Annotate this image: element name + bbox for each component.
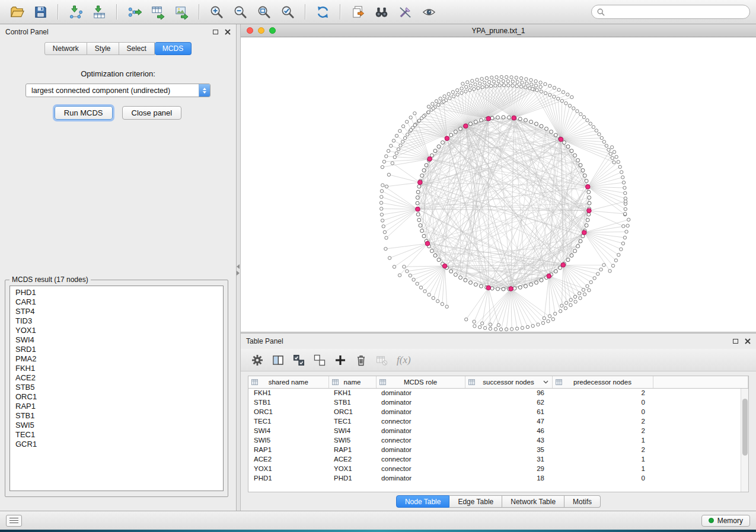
export-table-icon[interactable] [147,2,168,21]
table-tabbar: Node TableEdge TableNetwork TableMotifs [241,492,756,511]
mcds-result-item[interactable]: YOX1 [10,326,223,335]
export-image-icon[interactable] [171,2,192,21]
table-row[interactable]: ORC1ORC1dominator610 [248,407,748,416]
table-options-icon[interactable] [251,354,263,366]
find-icon[interactable] [371,2,392,21]
float-panel-icon[interactable] [733,339,738,344]
splitter-handle-icon[interactable] [237,264,240,275]
vertical-splitter[interactable] [237,24,241,511]
zoom-in-icon[interactable] [206,2,227,21]
mcds-result-item[interactable]: SRD1 [10,345,223,354]
network-canvas[interactable] [241,37,756,332]
status-menu-icon[interactable] [6,515,22,527]
table-row[interactable]: ACE2ACE2connector311 [248,454,748,464]
search-box[interactable] [591,5,750,19]
unselect-all-rows-icon[interactable] [314,354,326,366]
mcds-result-item[interactable]: ORC1 [10,392,223,402]
mcds-result-item[interactable]: TID3 [10,316,223,326]
table-tab-network-table[interactable]: Network Table [502,495,564,508]
column-label: MCDS role [404,379,437,386]
scrollbar-thumb[interactable] [742,399,748,456]
delete-column-icon[interactable] [376,354,388,366]
mcds-result-item[interactable]: STP4 [10,307,223,316]
select-all-rows-icon[interactable] [293,354,305,366]
graphics-details-icon[interactable] [394,2,416,21]
main-toolbar [0,0,756,24]
sort-caret-icon[interactable] [543,380,548,384]
show-columns-icon[interactable] [272,354,284,366]
graph-nodes[interactable] [379,75,630,331]
table-scrollbar[interactable] [741,389,748,492]
toolbar-separator [340,4,340,20]
table-panel: Table Panel f(x) shared namenameMCDS rol… [241,334,756,511]
table-row[interactable]: STB1STB1dominator620 [248,398,748,407]
float-panel-icon[interactable] [213,30,218,34]
mcds-result-item[interactable]: STB5 [10,383,223,392]
save-session-icon[interactable] [30,2,51,21]
delete-row-icon[interactable] [355,354,367,366]
control-panel-tabbar: NetworkStyleSelectMCDS [0,42,236,55]
memory-button[interactable]: Memory [701,515,750,527]
zoom-selected-icon[interactable] [277,2,298,21]
mcds-result-item[interactable]: PMA2 [10,354,223,364]
close-panel-icon[interactable] [745,338,751,344]
column-header-shared-name[interactable]: shared name [248,376,328,388]
table-row[interactable]: SWI5SWI5connector431 [248,435,748,445]
mcds-result-item[interactable]: RAP1 [10,402,223,411]
column-header-predecessor-nodes[interactable]: predecessor nodes [552,376,653,388]
mcds-result-list[interactable]: PHD1CAR1STP4TID3YOX1SWI4SRD1PMA2FKH1ACE2… [9,286,224,491]
import-network-icon[interactable] [65,2,86,21]
open-session-icon[interactable] [6,2,27,21]
function-builder-icon[interactable]: f(x) [397,354,411,366]
close-panel-icon[interactable] [225,29,231,35]
column-header-name[interactable]: name [328,376,376,388]
export-network-icon[interactable] [123,2,145,21]
control-tab-select[interactable]: Select [119,42,155,55]
memory-status-icon [709,518,714,523]
run-mcds-button[interactable]: Run MCDS [55,106,113,120]
control-tab-mcds[interactable]: MCDS [155,42,192,55]
column-header-successor-nodes[interactable]: successor nodes [465,376,552,388]
window-maximize-icon[interactable] [269,27,276,34]
refresh-view-icon[interactable] [312,2,333,21]
mcds-result-item[interactable]: GCR1 [10,440,223,449]
mcds-result-item[interactable]: ACE2 [10,373,223,383]
mcds-result-item[interactable]: SWI4 [10,335,223,345]
table-panel-header: Table Panel [241,334,756,349]
column-label: predecessor nodes [573,379,631,386]
mcds-result-item[interactable]: FKH1 [10,364,223,373]
table-row[interactable]: TEC1TEC1connector472 [248,416,748,426]
import-table-icon[interactable] [88,2,110,21]
mcds-result-item[interactable]: PHD1 [10,288,223,297]
optimization-criterion-select[interactable]: largest connected component (undirected) [25,84,210,97]
mcds-result-item[interactable]: TEC1 [10,430,223,440]
window-minimize-icon[interactable] [258,27,264,34]
search-input[interactable] [608,7,744,17]
table-grid-icon [556,379,562,385]
column-header-mcds-role[interactable]: MCDS role [376,376,465,388]
clone-network-icon[interactable] [347,2,368,21]
control-tab-style[interactable]: Style [87,42,119,55]
network-titlebar: YPA_prune.txt_1 [241,24,756,37]
mcds-result-item[interactable]: SWI5 [10,421,223,430]
control-tab-network[interactable]: Network [44,42,87,55]
table-tab-edge-table[interactable]: Edge Table [449,495,502,508]
column-label: name [344,379,361,386]
table-row[interactable]: PHD1PHD1dominator180 [248,473,748,483]
mcds-result-item[interactable]: STB1 [10,411,223,421]
table-tab-motifs[interactable]: Motifs [564,495,601,508]
table-row[interactable]: YOX1YOX1connector291 [248,464,748,473]
mcds-result-item[interactable]: CAR1 [10,297,223,307]
toolbar-separator [305,4,305,20]
combo-stepper-icon[interactable] [199,84,210,97]
zoom-out-icon[interactable] [229,2,251,21]
table-row[interactable]: FKH1FKH1dominator962 [248,388,748,398]
show-hide-icon[interactable] [418,2,439,21]
close-panel-button[interactable]: Close panel [122,106,182,120]
zoom-fit-content-icon[interactable] [253,2,275,21]
table-tab-node-table[interactable]: Node Table [396,495,450,508]
table-row[interactable]: SWI4SWI4dominator462 [248,426,748,435]
window-close-icon[interactable] [247,27,253,34]
table-row[interactable]: RAP1RAP1dominator352 [248,445,748,454]
add-column-icon[interactable] [334,354,346,366]
